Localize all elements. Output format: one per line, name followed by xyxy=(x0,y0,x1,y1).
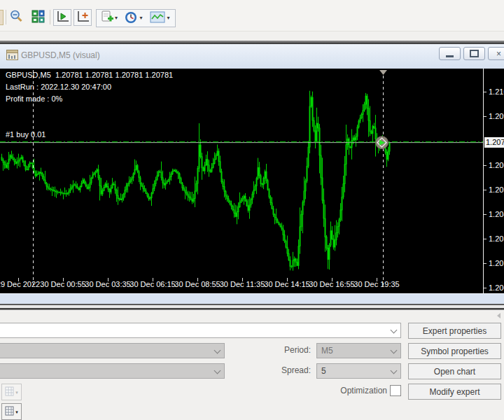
price-tick-label: 1.2019 xyxy=(489,259,504,267)
price-tick-label: 1.2055 xyxy=(489,186,504,194)
time-tick-label: 29 Dec 2022 xyxy=(0,280,40,288)
window-inner-bottom-strip xyxy=(0,293,504,304)
time-tick-label: 30 Dec 00:55 xyxy=(40,280,85,288)
report-button-disabled: ▾ xyxy=(1,384,22,400)
price-tick-label: 1.2067 xyxy=(489,161,504,169)
chevron-down-icon xyxy=(391,328,397,334)
expert-advisor-combobox[interactable] xyxy=(0,323,401,338)
toolbar-separator xyxy=(6,10,6,24)
price-axis: 1.2078 1.21031.20911.20671.20551.20431.2… xyxy=(483,69,504,293)
time-tick-label: 30 Dec 19:35 xyxy=(354,280,399,288)
price-tick xyxy=(484,214,486,215)
restore-icon xyxy=(470,50,479,57)
minimize-icon xyxy=(446,55,454,57)
modify-expert-button[interactable]: Modify expert xyxy=(408,384,501,400)
auto-scroll-icon xyxy=(76,10,90,26)
chart-info-lastrun: LastRun : 2022.12.30 20:47:00 xyxy=(6,83,111,91)
spread-value: 5 xyxy=(317,366,391,376)
main-toolbar: ▾ ▾ ▾ xyxy=(0,0,504,31)
dropdown-arrow-icon: ▾ xyxy=(139,15,142,21)
toolbar-dropdown-group: ▾ ▾ ▾ xyxy=(96,9,176,27)
clock-icon xyxy=(124,10,138,27)
price-tick-label: 1.2103 xyxy=(489,88,504,96)
period-label: Period: xyxy=(266,345,311,355)
price-tick-label: 1.2007 xyxy=(489,284,504,292)
window-bottom-border xyxy=(0,304,504,310)
dropdown-arrow-icon: ▾ xyxy=(15,390,18,395)
time-tick-label: 30 Dec 14:15 xyxy=(264,280,309,288)
strategy-tester-panel: Expert properties Period: M5 Symbol prop… xyxy=(0,310,504,420)
report-grid-icon xyxy=(5,386,14,398)
time-tick-label: 30 Dec 08:55 xyxy=(174,280,220,288)
new-order-button[interactable]: ▾ xyxy=(97,10,120,27)
panel-scroll-arrow-icon[interactable] xyxy=(497,313,500,318)
dropdown-arrow-icon: ▾ xyxy=(167,15,169,21)
new-document-icon xyxy=(99,10,113,27)
symbol-properties-button[interactable]: Symbol properties xyxy=(408,343,501,359)
auto-scroll-button[interactable] xyxy=(74,9,92,26)
period-value: M5 xyxy=(317,346,391,356)
chart-area[interactable]: GBPUSD,M5 1.20781 1.20781 1.20781 1.2078… xyxy=(0,69,504,293)
price-tick-label: 1.2091 xyxy=(489,112,504,120)
price-tick xyxy=(484,92,486,92)
open-chart-button[interactable]: Open chart xyxy=(408,363,501,379)
optimization-label: Optimization xyxy=(308,386,387,396)
chart-info-profit: Profit made : 0% xyxy=(6,94,62,103)
chart-window-titlebar[interactable]: GBPUSD,M5 (visual) xyxy=(0,44,504,69)
indicators-button[interactable]: ▾ xyxy=(146,10,174,27)
expert-properties-button[interactable]: Expert properties xyxy=(408,323,501,339)
partial-toolbar-icon xyxy=(0,10,4,25)
chevron-down-icon xyxy=(214,368,220,374)
period-combobox[interactable]: M5 xyxy=(316,343,401,358)
candlestick-plot[interactable] xyxy=(0,69,483,293)
close-icon: × xyxy=(496,50,501,58)
close-button[interactable]: × xyxy=(488,47,504,60)
chart-window-title: GBPUSD,M5 (visual) xyxy=(21,50,100,60)
optimization-checkbox[interactable] xyxy=(390,385,401,396)
order-line-label: #1 buy 0.01 xyxy=(6,130,46,139)
tile-windows-button[interactable] xyxy=(29,9,46,26)
current-price-box: 1.2078 xyxy=(484,137,504,148)
toolbar-separator xyxy=(50,10,50,24)
price-tick-label: 1.2031 xyxy=(489,234,504,243)
chart-shift-icon xyxy=(55,10,69,26)
chevron-down-icon xyxy=(391,348,397,354)
time-tick-label: 30 Dec 16:55 xyxy=(309,280,354,288)
price-tick xyxy=(484,239,486,239)
time-tick-label: 30 Dec 11:35 xyxy=(220,280,265,288)
restore-button[interactable] xyxy=(463,47,485,60)
price-tick-label: 1.2043 xyxy=(489,210,504,218)
chevron-down-icon xyxy=(391,368,397,374)
chevron-down-icon xyxy=(214,348,220,354)
price-tick xyxy=(484,263,486,264)
price-tick xyxy=(484,116,486,117)
minimize-button[interactable] xyxy=(439,47,461,60)
symbol-combobox[interactable] xyxy=(0,343,225,358)
price-tick xyxy=(484,190,486,190)
chart-info-ohlc: GBPUSD,M5 1.20781 1.20781 1.20781 1.2078… xyxy=(6,71,173,79)
model-combobox[interactable] xyxy=(0,363,225,379)
report-button[interactable]: ▾ xyxy=(1,403,22,420)
time-tick-label: 30 Dec 06:15 xyxy=(130,280,175,288)
dropdown-arrow-icon: ▾ xyxy=(15,410,18,414)
indicators-icon xyxy=(150,11,165,25)
tile-windows-icon xyxy=(31,10,45,25)
spread-label: Spread: xyxy=(266,365,311,375)
metatrader-tester-screen: ▾ ▾ ▾ xyxy=(0,0,504,420)
report-grid-icon xyxy=(5,406,14,418)
price-tick xyxy=(484,288,486,288)
zoom-out-button[interactable] xyxy=(8,9,24,26)
chart-window-icon xyxy=(6,50,18,63)
periodicity-button[interactable]: ▾ xyxy=(120,10,146,27)
zoom-out-icon xyxy=(9,9,24,26)
spread-combobox[interactable]: 5 xyxy=(316,363,401,379)
price-tick xyxy=(484,165,486,166)
chart-shift-button[interactable] xyxy=(53,9,71,26)
dropdown-arrow-icon: ▾ xyxy=(115,15,118,21)
time-tick-label: 30 Dec 03:35 xyxy=(85,280,130,288)
